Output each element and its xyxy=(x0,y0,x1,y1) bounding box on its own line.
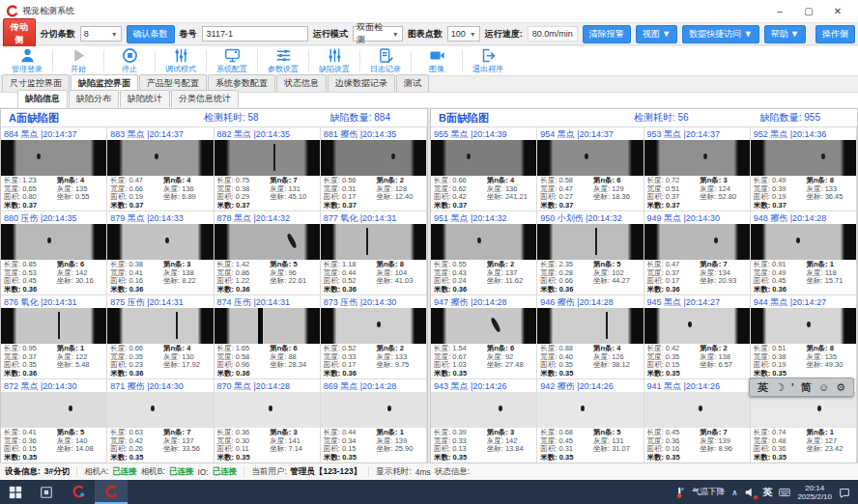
tab-sub-1[interactable]: 缺陷分布 xyxy=(69,90,119,107)
run-mode-label: 运行模式 xyxy=(313,28,348,41)
volume-icon[interactable] xyxy=(744,487,756,498)
tab-main-6[interactable]: 测试 xyxy=(396,74,429,92)
confirm-count-button[interactable]: 确认条数 xyxy=(127,25,175,43)
defect-cell[interactable]: 882 黑点 |20:14:35长度: 0.75宽度: 0.38面积: 0.29… xyxy=(214,127,321,211)
defect-cell[interactable]: 883 黑点 |20:14:37长度: 0.47宽度: 0.66面积: 0.19… xyxy=(107,127,214,211)
tool-label: 系统配置 xyxy=(216,64,247,74)
defect-cell[interactable]: 880 压伤 |20:14:35长度: 0.85宽度: 0.53面积: 0.45… xyxy=(1,211,107,295)
defect-cell[interactable]: 946 擦伤 |20:14:28长度: 0.88宽度: 0.40面积: 0.35… xyxy=(537,295,644,379)
tool-stop[interactable]: 停止 xyxy=(104,46,155,75)
defect-cell[interactable]: 953 黑点 |20:14:37长度: 0.72宽度: 0.51面积: 0.37… xyxy=(644,127,751,211)
minimize-button[interactable]: – xyxy=(765,2,794,21)
defect-cell[interactable]: 884 黑点 |20:14:37长度: 1.23宽度: 0.65面积: 0.80… xyxy=(1,127,107,211)
ime-punct-toggle[interactable]: ’ xyxy=(791,381,794,393)
thermometer-icon[interactable] xyxy=(673,487,685,498)
chart-points-select[interactable]: 100▼ xyxy=(447,26,480,42)
defect-cell[interactable]: 876 氧化 |20:14:31长度: 0.95宽度: 0.37面积: 0.35… xyxy=(1,295,107,379)
task-view-button[interactable] xyxy=(31,480,62,504)
defect-cell[interactable]: 881 擦伤 |20:14:35长度: 0.56宽度: 0.31面积: 0.17… xyxy=(321,127,427,211)
tab-sub-2[interactable]: 缺陷统计 xyxy=(120,90,170,107)
view-menu-button[interactable]: 视图 ▼ xyxy=(636,25,677,43)
defect-cell[interactable]: 942 擦伤 |20:14:26长度: 0.68宽度: 0.45面积: 0.31… xyxy=(537,379,644,463)
defect-cell[interactable]: 872 黑点 |20:14:30长度: 0.41宽度: 0.36面积: 0.15… xyxy=(1,379,107,463)
defect-cell[interactable]: 948 擦伤 |20:14:28长度: 0.91宽度: 0.49面积: 0.45… xyxy=(751,211,857,295)
defect-cell[interactable]: 955 黑点 |20:14:39长度: 0.66宽度: 0.62面积: 0.42… xyxy=(431,127,537,211)
defect-cell[interactable]: 869 黑点 |20:14:28长度: 0.44宽度: 0.34面积: 0.15… xyxy=(321,379,427,463)
defect-cell[interactable]: 945 黑点 |20:14:27长度: 0.42宽度: 0.35面积: 0.15… xyxy=(644,295,751,379)
slit-count-select[interactable]: 8▼ xyxy=(80,26,122,42)
defect-cell[interactable]: 950 小划伤 |20:14:32长度: 2.35宽度: 0.28面积: 0.6… xyxy=(537,211,644,295)
caption-row: 第n条: 4 xyxy=(163,345,211,353)
ime-settings-gear-icon[interactable]: ⚙ xyxy=(836,381,845,394)
roll-number-input[interactable]: 3117-1 xyxy=(202,26,308,42)
defect-image xyxy=(431,392,536,428)
weather-text[interactable]: 气温下降 xyxy=(692,487,725,498)
tool-params-sliders[interactable]: 参数设置 xyxy=(258,46,308,75)
notification-icon[interactable] xyxy=(839,487,850,498)
defect-cell[interactable]: 947 擦伤 |20:14:28长度: 1.54宽度: 0.67面积: 1.03… xyxy=(431,295,537,379)
tool-camera[interactable]: 图像 xyxy=(412,46,462,75)
ime-halfwidth-icon[interactable]: ☽ xyxy=(775,381,785,394)
ime-toolbar[interactable]: 英☽’简☺⚙ xyxy=(749,378,854,397)
defect-cell[interactable]: 879 黑点 |20:14:33长度: 0.38宽度: 0.41面积: 0.16… xyxy=(107,211,214,295)
clear-alarm-button[interactable]: 清除报警 xyxy=(583,25,631,43)
caption-col-right: 第n条: 7灰度: 137坐标: 33.56 xyxy=(163,429,211,462)
taskbar-clock[interactable]: 20:14 2025/2/10 xyxy=(797,484,832,501)
tab-main-5[interactable]: 边缘数据记录 xyxy=(328,74,395,92)
caption-row: 米数: 0.36 xyxy=(434,286,487,294)
defect-cell[interactable]: 870 黑点 |20:14:28长度: 0.36宽度: 0.30面积: 0.11… xyxy=(214,379,321,463)
tool-defect-sliders[interactable]: 缺陷设置 xyxy=(309,46,359,75)
current-user-value: 管理员【123-123】 xyxy=(291,466,362,478)
tool-play[interactable]: 开始 xyxy=(53,46,103,75)
start-button[interactable] xyxy=(0,480,31,504)
caption-row: 灰度: 96 xyxy=(270,269,317,278)
ime-emoji-icon[interactable]: ☺ xyxy=(818,381,829,393)
tool-log[interactable]: 日志记录 xyxy=(360,46,411,75)
defect-cell[interactable]: 873 压伤 |20:14:30长度: 0.52宽度: 0.33面积: 0.17… xyxy=(321,295,427,379)
maximize-button[interactable]: ▢ xyxy=(794,2,823,21)
defect-cell[interactable]: 949 黑点 |20:14:30长度: 0.47宽度: 0.37面积: 0.17… xyxy=(644,211,751,295)
caption-row: 宽度: 0.31 xyxy=(324,185,377,194)
run-mode-select[interactable]: 双面检测▼ xyxy=(353,26,403,42)
defect-cell[interactable]: 875 压伤 |20:14:31长度: 0.66宽度: 0.35面积: 0.23… xyxy=(107,295,214,379)
tab-sub-0[interactable]: 缺陷信息 xyxy=(17,90,68,108)
drive-side-button[interactable]: 传动侧 xyxy=(3,18,36,49)
caption-row: 米数: 0.37 xyxy=(540,202,593,210)
caption-row: 长度: 0.85 xyxy=(4,261,57,269)
caption-row: 长度: 0.38 xyxy=(110,261,163,269)
defect-cell[interactable]: 944 黑点 |20:14:27长度: 0.51宽度: 0.38面积: 0.19… xyxy=(751,295,857,379)
caption-row: 宽度: 0.45 xyxy=(540,437,593,446)
defect-cell[interactable]: 951 黑点 |20:14:32长度: 0.55宽度: 0.43面积: 0.24… xyxy=(431,211,537,295)
defect-cell[interactable]: 871 擦伤 |20:14:30长度: 0.63宽度: 0.42面积: 0.26… xyxy=(107,379,214,463)
defect-cell[interactable]: 952 黑点 |20:14:36长度: 0.49宽度: 0.39面积: 0.19… xyxy=(751,127,857,211)
tool-exit[interactable]: 退出程序 xyxy=(463,46,513,75)
caption-col-left: 长度: 0.68宽度: 0.45面积: 0.31米数: 0.35 xyxy=(540,429,593,462)
caption-row: 面积: 0.16 xyxy=(647,445,701,454)
tab-main-4[interactable]: 状态信息 xyxy=(276,74,327,92)
defect-cell[interactable]: 954 黑点 |20:14:37长度: 0.58宽度: 0.47面积: 0.27… xyxy=(537,127,644,211)
help-menu-button[interactable]: 帮助 ▼ xyxy=(764,25,806,43)
caption-row: 宽度: 0.51 xyxy=(647,185,701,194)
defect-cell[interactable]: 878 黑点 |20:14:32长度: 1.42宽度: 0.86面积: 1.22… xyxy=(214,211,321,295)
taskbar-app-icon-active[interactable] xyxy=(95,480,128,504)
defect-cell[interactable]: 943 黑点 |20:14:26长度: 0.39宽度: 0.33面积: 0.13… xyxy=(431,379,537,463)
ime-lang-toggle[interactable]: 英 xyxy=(758,380,768,395)
tab-sub-3[interactable]: 分类信息统计 xyxy=(171,90,239,107)
quick-access-menu-button[interactable]: 数据快捷访问 ▼ xyxy=(682,25,758,43)
defect-mark xyxy=(391,154,395,159)
tool-user[interactable]: 管理登录 xyxy=(2,46,52,75)
defect-cell[interactable]: 941 黑点 |20:14:26长度: 0.45宽度: 0.36面积: 0.16… xyxy=(644,379,751,463)
taskbar-app-icon[interactable] xyxy=(62,480,95,504)
keyboard-icon[interactable] xyxy=(779,487,790,498)
caption-col-right: 第n条: 5灰度: 96坐标: 22.61 xyxy=(270,261,317,294)
defect-cell[interactable]: 874 压伤 |20:14:31长度: 1.65宽度: 0.58面积: 0.96… xyxy=(214,295,321,379)
tray-chevron[interactable]: ∧ xyxy=(731,488,737,497)
caption-row: 第n条: 1 xyxy=(806,261,853,269)
operator-side-button[interactable]: 操作侧 xyxy=(815,25,855,43)
tool-debug-sliders[interactable]: 调试模式 xyxy=(156,46,206,75)
defect-cell[interactable]: 877 氧化 |20:14:31长度: 1.18宽度: 0.44面积: 0.52… xyxy=(321,211,427,295)
tool-monitor[interactable]: 系统配置 xyxy=(207,46,257,75)
close-button[interactable]: ✕ xyxy=(823,2,852,21)
ime-language-indicator[interactable]: 英 xyxy=(762,486,772,499)
ime-simplified-toggle[interactable]: 简 xyxy=(801,380,812,395)
